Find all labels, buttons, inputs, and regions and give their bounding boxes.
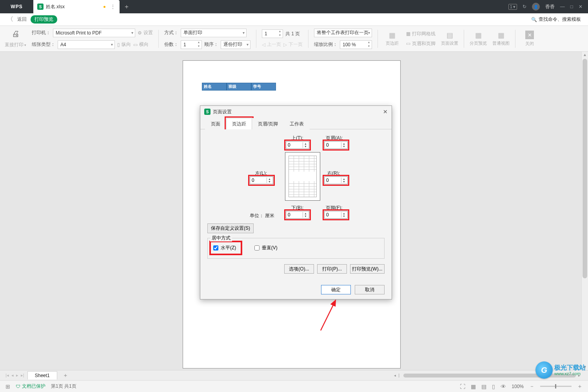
- mode-combo[interactable]: 单面打印: [181, 29, 247, 37]
- printer-label: 打印机：: [32, 29, 51, 36]
- print-preview-button[interactable]: 打印预览(W)...: [350, 264, 385, 274]
- print-button[interactable]: 打印(P)...: [317, 264, 347, 274]
- add-sheet-button[interactable]: ＋: [60, 372, 71, 379]
- normal-view-icon: ▦: [498, 31, 505, 40]
- user-avatar-icon[interactable]: 👤: [532, 3, 540, 11]
- input-top[interactable]: [286, 142, 303, 148]
- grid-settings-icon[interactable]: ⊞: [5, 383, 10, 390]
- next-page-button[interactable]: ▷下一页: [283, 41, 303, 48]
- spin-right[interactable]: ▲▼: [324, 176, 348, 184]
- copies-spin[interactable]: 1▲▼: [181, 40, 202, 49]
- label-left: 左(L):: [255, 170, 267, 177]
- page-setup-dialog: S 页面设置 ✕ 页面 页边距 页眉/页脚 工作表 上(T): ▲▼ 页眉(A)…: [200, 105, 392, 299]
- prev-page-button[interactable]: ◁上一页: [262, 41, 281, 48]
- fit-combo[interactable]: 将整个工作表打印在一页: [314, 29, 372, 37]
- horizontal-scrollbar[interactable]: ◂ | ▸: [74, 373, 588, 377]
- dialog-close-button[interactable]: ✕: [383, 109, 388, 115]
- view-reading-icon[interactable]: ▯: [492, 383, 495, 390]
- label-header: 页眉(A):: [326, 135, 343, 142]
- sheet-tab-sheet1[interactable]: Sheet1: [27, 371, 57, 379]
- tab-page[interactable]: 页面: [205, 118, 226, 129]
- input-left[interactable]: [250, 178, 267, 183]
- first-sheet-icon: |◂: [5, 373, 9, 378]
- tab-sheet[interactable]: 工作表: [284, 118, 310, 129]
- direct-print-button[interactable]: 直接打印▾: [5, 42, 26, 48]
- window-maximize-button[interactable]: □: [570, 4, 573, 9]
- new-tab-button[interactable]: ＋: [120, 0, 134, 13]
- scroll-thumb[interactable]: [583, 59, 587, 278]
- save-custom-button[interactable]: 保存自定义设置(S): [207, 223, 254, 233]
- back-icon[interactable]: 〈: [7, 15, 13, 24]
- hscroll-left-icon[interactable]: ◂: [394, 373, 396, 377]
- window-minimize-button[interactable]: —: [560, 4, 565, 9]
- th-id: 学号: [251, 83, 276, 91]
- zoom-in-button[interactable]: ＋: [577, 383, 583, 390]
- notification-badge[interactable]: 1▾: [508, 4, 517, 10]
- eye-icon[interactable]: 👁: [501, 383, 506, 390]
- printer-settings-button[interactable]: ⚙设置: [138, 29, 153, 36]
- tab-menu-icon[interactable]: ⋮: [110, 4, 116, 10]
- vertical-scrollbar[interactable]: ▲ ▼: [581, 52, 588, 370]
- app-logo[interactable]: WPS: [0, 0, 33, 13]
- scroll-up-icon[interactable]: ▲: [582, 53, 588, 57]
- cancel-button[interactable]: 取消: [355, 285, 385, 294]
- close-preview-button[interactable]: ✕关闭: [521, 31, 538, 47]
- view-page-icon[interactable]: ▤: [481, 383, 486, 390]
- margin-preview-graphic: [285, 152, 320, 201]
- header-footer-button[interactable]: ▭页眉和页脚: [406, 40, 436, 47]
- back-label[interactable]: 返回: [17, 16, 27, 23]
- return-bar: 〈 返回 打印预览 🔍 查找命令、搜索模板: [0, 13, 588, 26]
- center-legend: 居中方式: [210, 235, 232, 241]
- landscape-button[interactable]: ▭横向: [133, 41, 149, 48]
- copies-label: 份数：: [164, 41, 178, 48]
- scale-spin[interactable]: 100 %▲▼: [340, 40, 372, 49]
- th-name: 姓名: [202, 83, 227, 91]
- label-top: 上(T):: [291, 135, 303, 142]
- watermark: G 极光下载站 www.xz7.com: [535, 361, 586, 379]
- horizontal-checkbox[interactable]: 水平(Z): [212, 243, 240, 253]
- portrait-icon: ▯: [117, 42, 120, 47]
- sheet-nav[interactable]: |◂◂▸▸|: [5, 373, 24, 378]
- print-icon[interactable]: 🖨: [9, 29, 22, 38]
- view-grid-icon[interactable]: ▦: [471, 383, 476, 390]
- zoom-out-button[interactable]: －: [529, 383, 535, 390]
- doc-protected-label[interactable]: 🛡文档已保护: [16, 383, 45, 390]
- portrait-button[interactable]: ▯纵向: [117, 41, 131, 48]
- sync-icon[interactable]: ↻: [523, 4, 526, 9]
- command-search[interactable]: 🔍 查找命令、搜索模板: [531, 16, 581, 23]
- watermark-logo-icon: G: [535, 361, 553, 379]
- vertical-checkbox-input[interactable]: [254, 245, 260, 250]
- document-tab[interactable]: S 姓名.xlsx ⋮: [33, 0, 120, 13]
- tab-margins[interactable]: 页边距: [226, 118, 252, 129]
- zoom-slider[interactable]: [540, 386, 572, 387]
- gridlines-button[interactable]: ▦打印网格线: [406, 31, 436, 37]
- input-footer[interactable]: [325, 212, 341, 218]
- page-setup-button[interactable]: ▤页面设置: [441, 31, 458, 46]
- spin-top[interactable]: ▲▼: [286, 141, 309, 149]
- margins-button[interactable]: ▦页边距: [383, 31, 401, 46]
- normal-view-button[interactable]: ▦普通视图: [492, 31, 510, 46]
- landscape-icon: ▭: [133, 42, 138, 47]
- options-button[interactable]: 选项(O)...: [284, 264, 314, 274]
- input-right[interactable]: [325, 178, 341, 183]
- fullscreen-icon[interactable]: ⛶: [460, 383, 465, 390]
- spin-left[interactable]: ▲▼: [250, 176, 273, 184]
- window-close-button[interactable]: ✕: [579, 4, 583, 9]
- spin-bottom[interactable]: ▲▼: [286, 211, 309, 219]
- vertical-checkbox[interactable]: 垂直(V): [254, 245, 278, 251]
- horizontal-checkbox-input[interactable]: [213, 245, 218, 250]
- dialog-title: 页面设置: [213, 109, 232, 115]
- tab-headerfooter[interactable]: 页眉/页脚: [252, 118, 284, 129]
- spin-header[interactable]: ▲▼: [324, 141, 348, 149]
- input-header[interactable]: [325, 142, 341, 148]
- paper-combo[interactable]: A4: [58, 40, 115, 49]
- spin-footer[interactable]: ▲▼: [324, 211, 348, 219]
- pagebreak-preview-button[interactable]: ▦分页预览: [470, 31, 487, 46]
- input-bottom[interactable]: [286, 212, 303, 218]
- order-combo[interactable]: 逐份打印: [221, 40, 250, 49]
- ok-button[interactable]: 确定: [321, 285, 351, 294]
- search-placeholder: 查找命令、搜索模板: [539, 16, 581, 23]
- printer-combo[interactable]: Microsoft Print to PDF: [53, 29, 135, 37]
- page-number-spin[interactable]: 1▲▼: [262, 29, 283, 38]
- gear-icon: ⚙: [138, 30, 142, 36]
